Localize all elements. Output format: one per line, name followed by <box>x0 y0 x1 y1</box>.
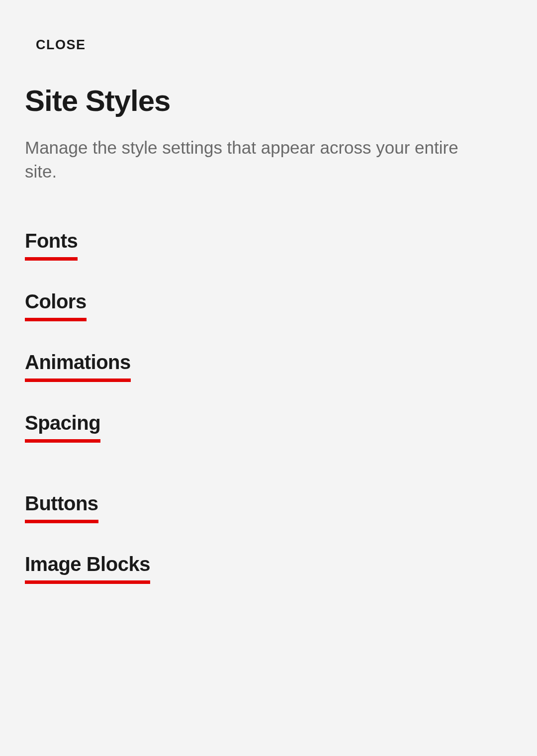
menu-group-1: Fonts Colors Animations Spacing <box>25 230 512 472</box>
page-title: Site Styles <box>25 84 512 118</box>
page-description: Manage the style settings that appear ac… <box>25 136 472 184</box>
section-divider <box>25 472 512 492</box>
close-button[interactable]: CLOSE <box>36 37 86 53</box>
menu-group-2: Buttons Image Blocks <box>25 492 512 614</box>
menu-item-buttons[interactable]: Buttons <box>25 492 98 523</box>
menu-item-spacing[interactable]: Spacing <box>25 412 100 443</box>
menu-item-fonts[interactable]: Fonts <box>25 230 78 261</box>
menu-item-image-blocks[interactable]: Image Blocks <box>25 553 150 584</box>
menu-item-animations[interactable]: Animations <box>25 351 131 382</box>
menu-item-colors[interactable]: Colors <box>25 290 87 321</box>
